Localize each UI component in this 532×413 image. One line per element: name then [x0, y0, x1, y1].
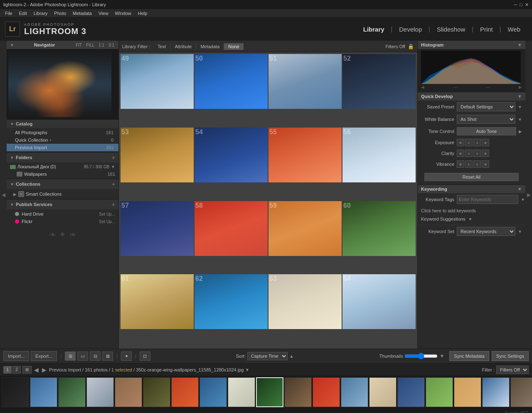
- maximize-btn[interactable]: □: [520, 2, 522, 7]
- import-btn[interactable]: Import...: [3, 351, 29, 361]
- menu-view[interactable]: View: [95, 11, 112, 16]
- smart-collections[interactable]: ▶ ≡ Smart Collections: [7, 190, 118, 198]
- film-thumb[interactable]: [200, 377, 227, 407]
- menu-library[interactable]: Library: [30, 11, 51, 16]
- photo-cell-12[interactable]: 60: [342, 201, 416, 256]
- film-thumb[interactable]: [284, 377, 312, 407]
- film-filter-select[interactable]: Filters Off: [496, 366, 529, 374]
- tab-library[interactable]: Library: [357, 24, 391, 34]
- sort-direction[interactable]: ▲: [289, 354, 294, 359]
- publish-hard-drive[interactable]: Hard Drive Set Up...: [7, 210, 118, 218]
- zoom-1-1[interactable]: 1:1: [98, 43, 105, 47]
- film-path-dropdown[interactable]: ▼: [245, 367, 250, 372]
- filter-metadata-btn[interactable]: Metadata: [196, 43, 224, 50]
- thumbnail-slider[interactable]: [404, 353, 438, 359]
- film-thumb[interactable]: [510, 377, 532, 407]
- clarity-up[interactable]: ›: [473, 150, 481, 157]
- reset-all-btn[interactable]: Reset All: [424, 173, 519, 181]
- photo-cell-11[interactable]: 59: [268, 201, 342, 256]
- tab-slideshow[interactable]: Slideshow: [430, 24, 472, 34]
- catalog-quick-collection[interactable]: Quick Collection + 0: [7, 136, 118, 144]
- menu-window[interactable]: Window: [112, 11, 135, 16]
- film-thumb[interactable]: [58, 377, 86, 407]
- film-thumb[interactable]: [2, 377, 29, 407]
- spray-btn[interactable]: ✦: [121, 352, 132, 361]
- menu-metadata[interactable]: Metadata: [69, 11, 95, 16]
- close-btn[interactable]: ✕: [525, 2, 529, 7]
- film-thumb[interactable]: [115, 377, 142, 407]
- sync-settings-btn[interactable]: Sync Settings: [492, 351, 529, 361]
- quick-develop-header[interactable]: Quick Develop ▼: [418, 92, 525, 101]
- filter-none-btn[interactable]: None: [224, 43, 243, 50]
- hard-drive-setup[interactable]: Set Up...: [99, 212, 115, 216]
- photo-cell-3[interactable]: 51: [268, 54, 342, 109]
- film-thumb[interactable]: [369, 377, 397, 407]
- nav-image[interactable]: [8, 51, 111, 117]
- zoom-fit[interactable]: FIT: [75, 43, 83, 47]
- publish-flickr[interactable]: Flickr Set Up...: [7, 218, 118, 225]
- folders-header[interactable]: ▼ Folders +: [7, 152, 118, 162]
- film-page-2[interactable]: 2: [12, 366, 21, 374]
- loupe-view-btn[interactable]: ▭: [77, 352, 88, 361]
- catalog-all-photos[interactable]: All Photographs 161: [7, 129, 118, 136]
- auto-tone-btn[interactable]: Auto Tone: [457, 127, 516, 135]
- photo-cell-13[interactable]: 61: [121, 274, 194, 329]
- photo-cell-10[interactable]: 58: [195, 201, 268, 256]
- left-panel-toggle[interactable]: ◀: [0, 41, 7, 349]
- menu-photo[interactable]: Photo: [51, 11, 69, 16]
- photo-cell-4[interactable]: 52: [342, 54, 416, 109]
- export-btn[interactable]: Export...: [31, 351, 57, 361]
- sort-select[interactable]: Capture Time: [247, 352, 288, 360]
- photo-cell-8[interactable]: 56: [342, 128, 416, 182]
- photo-cell-15[interactable]: 63: [268, 274, 342, 329]
- sync-metadata-btn[interactable]: Sync Metadata: [449, 351, 489, 361]
- clarity-dbl-down[interactable]: «: [457, 150, 464, 157]
- film-thumb[interactable]: [171, 377, 199, 407]
- folder-wallpapers[interactable]: Wallpapers 161: [7, 170, 118, 178]
- exposure-dbl-up[interactable]: »: [482, 139, 489, 146]
- menu-file[interactable]: File: [2, 11, 16, 16]
- tab-web[interactable]: Web: [501, 24, 527, 34]
- minimize-btn[interactable]: ─: [514, 2, 517, 7]
- keyword-tags-input[interactable]: [457, 195, 518, 204]
- flickr-setup[interactable]: Set Up...: [99, 219, 115, 224]
- filter-text-btn[interactable]: Text: [153, 43, 170, 50]
- grid-view-btn[interactable]: ⊞: [65, 352, 76, 361]
- collections-add[interactable]: +: [112, 181, 115, 187]
- collections-header[interactable]: ▼ Collections +: [7, 179, 118, 189]
- zoom-fill[interactable]: FILL: [85, 43, 95, 47]
- histogram-header[interactable]: Histogram ▼: [418, 41, 525, 49]
- film-thumb[interactable]: [256, 377, 283, 407]
- thumbnails-dropdown[interactable]: ▼: [439, 353, 444, 359]
- menu-help[interactable]: Help: [135, 11, 151, 16]
- film-thumb[interactable]: [482, 377, 510, 407]
- publish-add[interactable]: +: [112, 201, 115, 208]
- exposure-dbl-down[interactable]: «: [457, 139, 464, 146]
- photo-cell-14[interactable]: 62: [195, 274, 268, 329]
- filter-lock-icon[interactable]: 🔒: [408, 44, 414, 49]
- saved-preset-select[interactable]: Default Settings: [457, 102, 515, 111]
- exposure-down[interactable]: ‹: [465, 139, 473, 146]
- filter-attribute-btn[interactable]: Attribute: [170, 43, 196, 50]
- film-next-arrow[interactable]: ▶: [41, 366, 47, 373]
- exposure-up[interactable]: ›: [473, 139, 481, 146]
- survey-view-btn[interactable]: ⊠: [102, 352, 113, 361]
- tab-develop[interactable]: Develop: [392, 24, 429, 34]
- photo-cell-16[interactable]: 64: [342, 274, 416, 329]
- film-thumb[interactable]: [397, 377, 425, 407]
- vibrance-down[interactable]: ‹: [465, 160, 473, 168]
- film-thumb[interactable]: [143, 377, 170, 407]
- clarity-dbl-up[interactable]: »: [482, 150, 489, 157]
- white-balance-select[interactable]: As Shot: [457, 115, 515, 124]
- right-panel-toggle[interactable]: ▶: [525, 41, 532, 349]
- film-page-1[interactable]: 1: [3, 366, 12, 374]
- clarity-down[interactable]: ‹: [465, 150, 473, 157]
- film-thumb[interactable]: [228, 377, 255, 407]
- film-thumb[interactable]: [426, 377, 453, 407]
- film-prev-arrow[interactable]: ◀: [33, 366, 39, 373]
- tab-print[interactable]: Print: [473, 24, 500, 34]
- film-thumb[interactable]: [86, 377, 114, 407]
- catalog-header[interactable]: ▼ Catalog: [7, 119, 118, 128]
- zoom-3-1[interactable]: 3:1: [108, 43, 115, 47]
- navigator-header[interactable]: ▼ Navigator FIT FILL 1:1 3:1: [7, 41, 118, 49]
